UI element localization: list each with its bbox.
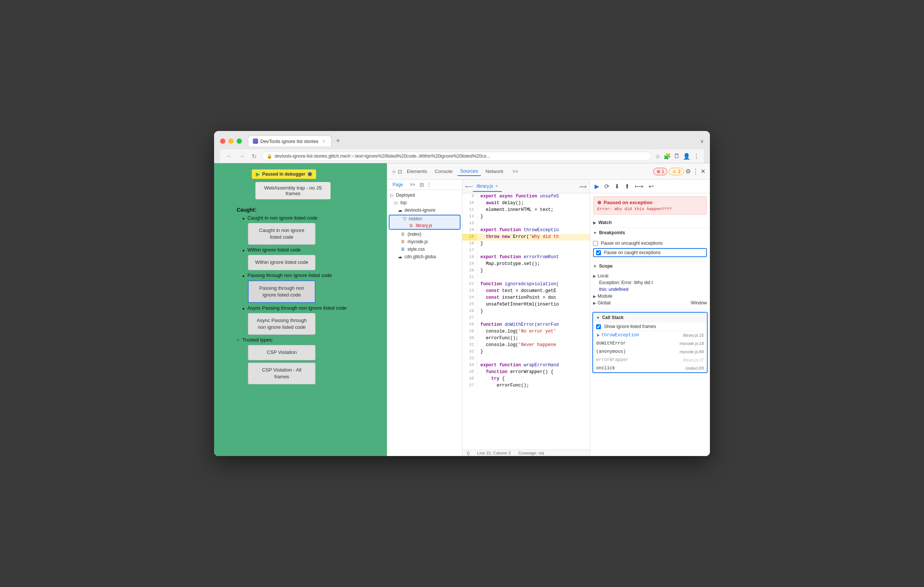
local-expand-icon[interactable]: ▶ [593, 274, 596, 278]
within-ignore-button[interactable]: Within ignore listed code [248, 255, 315, 270]
step-out-button[interactable]: ⬆ [623, 182, 631, 191]
step-over-button[interactable]: ⟳ [603, 182, 611, 191]
tab-console[interactable]: Console [432, 167, 455, 176]
async-passing-button[interactable]: Async Passing through non ignore listed … [248, 313, 315, 335]
close-window-button[interactable] [220, 138, 225, 144]
new-tab-button[interactable]: + [333, 135, 343, 146]
webpage-content: WebAssembly trap - no JS frames Caught: … [214, 163, 387, 394]
resume-icon[interactable]: ▶ [256, 171, 260, 177]
module-expand-icon[interactable]: ▶ [593, 294, 596, 298]
frame-location-4: (index):83 [685, 366, 704, 370]
editor-tab-bar: ⟵ library.js × ⟹ [462, 180, 590, 193]
top-label: top [400, 200, 407, 205]
back-button[interactable]: ← [224, 152, 234, 160]
deactivate-button[interactable]: ↩ [647, 182, 655, 191]
curly-braces-icon[interactable]: {} [467, 451, 470, 455]
frame-doWithError[interactable]: doWithError mycode.js:18 [593, 339, 707, 347]
top-icon: ▷ [395, 200, 398, 205]
extension-icon[interactable]: 🧩 [663, 153, 671, 160]
resume-button[interactable]: ▶ [593, 182, 601, 191]
warning-count: 2 [678, 169, 681, 174]
sidebar-toggle-icon[interactable]: ⊟ [419, 182, 424, 187]
index-icon: 🗎 [401, 232, 405, 237]
frame-throwException[interactable]: ➤ throwException library.js:15 [593, 331, 707, 339]
editor-forward-icon[interactable]: ⟹ [579, 184, 587, 189]
step-into-button[interactable]: ⬇ [613, 182, 621, 191]
exception-title: ⊗ Paused on exception [597, 200, 703, 205]
show-frames-item[interactable]: Show ignore-listed frames [593, 322, 707, 331]
screenshot-icon[interactable]: 🗒 [674, 153, 680, 159]
maximize-window-button[interactable] [237, 138, 242, 144]
frame-onclick[interactable]: onclick (index):83 [593, 364, 707, 372]
module-scope-item[interactable]: ▶ Module [593, 293, 707, 299]
devtools-ignore-item[interactable]: ☁ devtools-ignore [387, 206, 462, 214]
tab-network[interactable]: Network [483, 167, 507, 176]
scope-content: ▶ Local Exception: Error: Why did t this… [590, 271, 710, 309]
breakpoints-header[interactable]: ▼ Breakpoints [590, 228, 710, 238]
show-frames-checkbox[interactable] [596, 324, 601, 329]
pause-uncaught-item[interactable]: Pause on uncaught exceptions [593, 239, 707, 247]
editor-status-bar: {} Line 15, Column 3 Coverage: n/a [462, 450, 590, 456]
bullet-icon-2 [243, 247, 244, 253]
scope-section: ▼ Scope ▶ Local Exception: Error: Why di… [590, 261, 710, 310]
tab-close-button[interactable]: × [321, 138, 327, 144]
code-line-28: 28 function doWithError(errorFun [462, 322, 590, 329]
tab-overflow-button[interactable]: ∨ [700, 138, 704, 144]
more-tabs-button[interactable]: >> [509, 167, 521, 176]
global-expand-icon[interactable]: ▶ [593, 301, 596, 305]
frame-errorWrapper[interactable]: errorWrapper library.js:37 [593, 356, 707, 364]
library-js-item[interactable]: 🗎 library.js [389, 222, 460, 229]
style-css-item[interactable]: 🗎 style.css [387, 245, 462, 253]
profile-icon[interactable]: 👤 [683, 153, 690, 160]
url-bar[interactable]: 🔒 devtools-ignore-list-stories.glitch.me… [262, 151, 651, 161]
global-scope-item[interactable]: ▶ Global Window [593, 299, 707, 306]
async-passing-label: Async Passing through non ignore listed … [248, 305, 346, 311]
pause-caught-checkbox[interactable] [596, 250, 601, 255]
bookmark-icon[interactable]: ☆ [655, 153, 660, 160]
browser-tab[interactable]: DevTools ignore list stories × [248, 135, 332, 146]
caught-non-ignore-button[interactable]: Caught in non ignore listed code [248, 223, 315, 245]
devtools-settings-button[interactable]: ⚙ [685, 168, 691, 175]
cloud-icon: ☁ [398, 207, 402, 213]
mycode-js-item[interactable]: 🗎 mycode.js [387, 238, 462, 245]
inspect-icon[interactable]: ⊹ [392, 169, 396, 174]
trusted-types-label: Trusted types: [242, 337, 273, 343]
tab-elements[interactable]: Elements [404, 167, 430, 176]
cdn-item[interactable]: ☁ cdn.glitch.globa [387, 253, 462, 260]
editor-back-icon[interactable]: ⟵ [465, 184, 473, 189]
line-column[interactable]: Line 15, Column 3 [477, 451, 510, 455]
refresh-button[interactable]: ↻ [250, 152, 258, 161]
editor-tab-close-button[interactable]: × [495, 184, 498, 189]
index-item[interactable]: 🗎 (index) [387, 230, 462, 238]
pause-caught-item[interactable]: Pause on caught exceptions [593, 248, 707, 257]
code-content[interactable]: 9 export async function unsafeS 10 await… [462, 193, 590, 450]
device-icon[interactable]: ⊡ [398, 169, 402, 174]
more-sources-tab[interactable]: >> [408, 181, 417, 188]
deployed-icon: ▷ [390, 192, 394, 198]
csp-violation-all-button[interactable]: CSP Violation - All frames [248, 363, 315, 384]
top-item[interactable]: ▷ top [387, 199, 462, 206]
step-button[interactable]: ⟼ [633, 182, 645, 191]
webassembly-box: WebAssembly trap - no JS frames [256, 182, 330, 199]
local-scope-item[interactable]: ▶ Local [593, 273, 707, 279]
pause-uncaught-checkbox[interactable] [593, 241, 598, 246]
csp-violation-button[interactable]: CSP Violation [248, 345, 315, 360]
hidden-folder: ▽ hidden 🗎 library.js [389, 215, 460, 230]
frame-anonymous[interactable]: (anonymous) mycode.js:89 [593, 347, 707, 356]
deployed-item[interactable]: ▷ Deployed [387, 191, 462, 199]
devtools-close-button[interactable]: ✕ [701, 168, 705, 175]
chrome-menu-icon[interactable]: ⋮ [693, 153, 700, 160]
hidden-item[interactable]: ▽ hidden [389, 215, 460, 222]
page-tab[interactable]: Page [390, 181, 405, 188]
passing-button[interactable]: Passing through non ignore listed code [248, 280, 315, 303]
scope-header[interactable]: ▼ Scope [590, 261, 710, 271]
minimize-window-button[interactable] [228, 138, 234, 144]
call-stack-header[interactable]: ▼ Call Stack [593, 312, 707, 322]
forward-button[interactable]: → [238, 152, 246, 160]
devtools-menu-button[interactable]: ⋮ [692, 168, 699, 176]
editor-tab-library-js[interactable]: library.js × [473, 181, 502, 192]
watch-header[interactable]: ▶ Watch [590, 218, 710, 227]
tab-sources[interactable]: Sources [457, 167, 481, 176]
file-tree-menu-icon[interactable]: ⋮ [426, 182, 432, 187]
code-line-35: 35 function errorWrapper() { [462, 369, 590, 376]
